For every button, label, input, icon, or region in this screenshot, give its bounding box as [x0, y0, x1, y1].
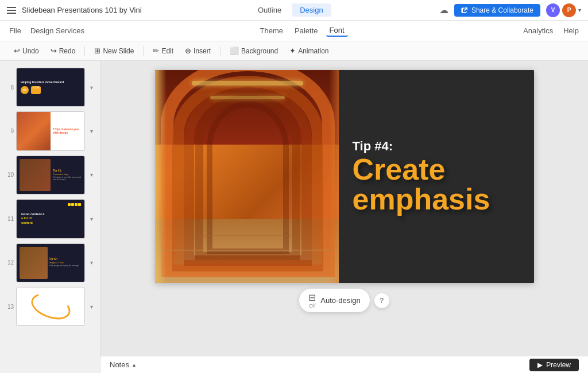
tip-label: Tip #4:	[353, 139, 520, 154]
slide-thumb-10: Tip #1: Content is king The design of yo…	[16, 156, 85, 195]
slide-sidebar: 8 Helping founders move forward 30K $250…	[0, 61, 100, 373]
background-button[interactable]: ⬜ Background	[225, 45, 283, 57]
second-toolbar-right: Analytics Help	[520, 25, 579, 36]
slide-thumb-12: Tip #2: Images > Text Verify images are …	[16, 243, 85, 282]
app-title: Slidebean Presentations 101 by Vini	[22, 6, 142, 14]
avatar-group: V P ▾	[546, 3, 581, 17]
edit-toolbar: ↩ Undo ↪ Redo ⊞ New Slide ✏ Edit ⊕ Inser…	[0, 41, 588, 61]
external-link-icon	[461, 7, 468, 14]
canvas-area: 🍋 Tip #4: Create emphasis ⊟ Off Auto-des…	[100, 61, 588, 373]
auto-design-toggle-icon: ⊟ Off	[308, 292, 316, 309]
auto-design-help-button[interactable]: ?	[374, 293, 389, 308]
top-nav-right: ☁ Share & Collaborate V P ▾	[439, 3, 581, 17]
emphasis-text: emphasis	[353, 184, 520, 214]
file-menu[interactable]: File	[9, 26, 21, 35]
animation-button[interactable]: ✦ Animation	[285, 45, 333, 57]
font-tab[interactable]: Font	[326, 25, 348, 37]
slide-chevron-9[interactable]: ▾	[87, 128, 95, 134]
help-button[interactable]: Help	[563, 26, 579, 35]
toolbar-divider-2	[143, 46, 144, 56]
help-question-icon: ?	[380, 296, 384, 305]
slide-item-13[interactable]: 13 ▾	[0, 285, 100, 328]
undo-icon: ↩	[14, 46, 20, 55]
auto-design-pill[interactable]: ⊟ Off Auto-design	[299, 289, 369, 312]
slide-number-11: 11	[5, 216, 14, 222]
outline-tab[interactable]: Outline	[250, 3, 289, 17]
palette-tab[interactable]: Palette	[291, 25, 321, 36]
slide-number-9: 9	[5, 128, 14, 134]
notes-toggle[interactable]: Notes ▴	[110, 360, 136, 369]
slide-number-10: 10	[5, 172, 14, 178]
insert-button[interactable]: ⊕ Insert	[180, 45, 215, 57]
second-toolbar-center: Theme Palette Font	[257, 25, 348, 37]
notes-label: Notes	[110, 360, 129, 369]
slide-chevron-13[interactable]: ▾	[87, 304, 95, 310]
toolbar-divider-1	[84, 46, 85, 56]
theme-tab[interactable]: Theme	[257, 25, 287, 36]
slide-thumb-8: Helping founders move forward 30K $250M	[16, 68, 85, 107]
auto-design-off-label: Off	[309, 303, 316, 309]
undo-button[interactable]: ↩ Undo	[9, 45, 44, 57]
second-toolbar: File Design Services Theme Palette Font …	[0, 21, 588, 41]
main-slide-canvas[interactable]: 🍋 Tip #4: Create emphasis	[155, 70, 534, 283]
edit-icon: ✏	[153, 46, 159, 55]
slide-item-11[interactable]: 11 Good content ≠ a lot of content	[0, 197, 100, 240]
slide-chevron-8[interactable]: ▾	[87, 84, 95, 91]
notes-chevron-icon: ▴	[133, 362, 136, 368]
preview-play-icon: ▶	[537, 361, 543, 369]
slide-chevron-11[interactable]: ▾	[87, 216, 95, 222]
avatar-user1: V	[546, 3, 560, 17]
redo-icon: ↪	[51, 46, 57, 55]
slide-item-10[interactable]: 10 Tip #1: Content is king The design of…	[0, 153, 100, 197]
slide-left-image	[155, 70, 341, 283]
redo-button[interactable]: ↪ Redo	[46, 45, 80, 57]
create-text: Create	[353, 154, 520, 184]
design-services-menu[interactable]: Design Services	[30, 26, 84, 35]
edit-button[interactable]: ✏ Edit	[148, 45, 178, 57]
slide-thumb-13	[16, 287, 85, 326]
slide-number-8: 8	[5, 84, 14, 91]
notes-bar: Notes ▴ ▶ Preview	[100, 356, 588, 373]
auto-design-label: Auto-design	[320, 296, 360, 305]
second-toolbar-left: File Design Services	[9, 26, 84, 35]
slide-number-13: 13	[5, 304, 14, 310]
slide-item-12[interactable]: 12 Tip #2: Images > Text Verify images a…	[0, 241, 100, 285]
design-tab[interactable]: Design	[292, 3, 331, 17]
hamburger-icon[interactable]	[7, 7, 16, 14]
slide-number-12: 12	[5, 259, 14, 266]
top-nav-left: Slidebean Presentations 101 by Vini	[7, 6, 142, 14]
new-slide-button[interactable]: ⊞ New Slide	[90, 45, 138, 57]
bottom-toolbar: ⊟ Off Auto-design ?	[100, 289, 588, 312]
avatar-user2: P	[562, 3, 576, 17]
slide-right-content: Tip #4: Create emphasis	[339, 70, 534, 283]
slide-item-8[interactable]: 8 Helping founders move forward 30K $250…	[0, 65, 100, 109]
main-area: 8 Helping founders move forward 30K $250…	[0, 61, 588, 373]
animation-icon: ✦	[289, 46, 296, 55]
avatar-chevron[interactable]: ▾	[578, 7, 581, 13]
insert-icon: ⊕	[185, 46, 191, 55]
slide-thumb-11: Good content ≠ a lot of content	[16, 199, 85, 238]
analytics-tab[interactable]: Analytics	[520, 25, 556, 36]
top-nav-center: Outline Design	[250, 3, 331, 17]
new-slide-icon: ⊞	[94, 46, 100, 55]
top-nav: Slidebean Presentations 101 by Vini Outl…	[0, 0, 588, 21]
share-collaborate-button[interactable]: Share & Collaborate	[454, 4, 540, 17]
preview-button[interactable]: ▶ Preview	[529, 359, 579, 371]
slide-chevron-10[interactable]: ▾	[87, 172, 95, 178]
background-icon: ⬜	[230, 46, 239, 55]
slide-thumb-9: 5 Tips to elevate your slide design	[16, 111, 85, 150]
slide-chevron-12[interactable]: ▾	[87, 259, 95, 266]
toolbar-divider-3	[220, 46, 220, 56]
cloud-icon: ☁	[439, 5, 448, 15]
slide-item-9[interactable]: 9 5 Tips to elevate your slide design ▾	[0, 109, 100, 153]
